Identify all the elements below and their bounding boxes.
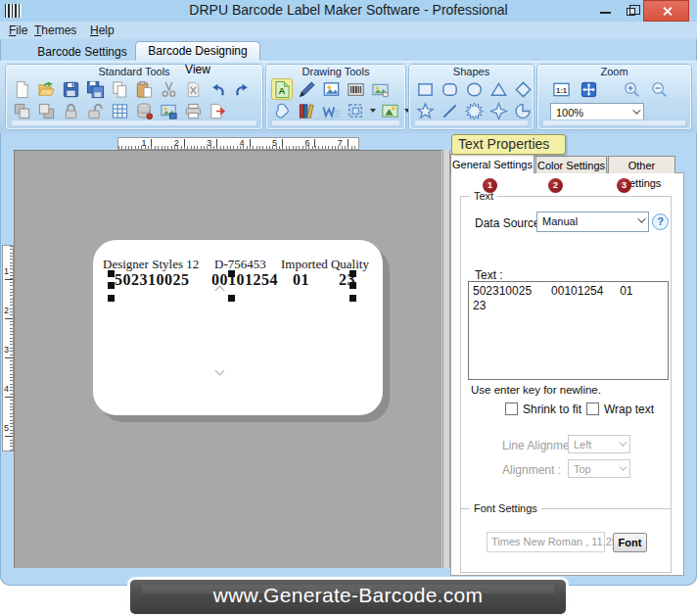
ellipse-shape-icon[interactable] <box>463 78 485 100</box>
library-tool-icon[interactable] <box>296 100 317 121</box>
lock-icon[interactable] <box>60 100 81 121</box>
svg-text:A: A <box>278 85 285 96</box>
alignment-select[interactable]: Top <box>568 459 630 478</box>
selection-handle[interactable] <box>108 270 115 277</box>
menu-bar: File Themes Help <box>0 22 697 39</box>
restore-button[interactable] <box>619 0 642 22</box>
watermark-tool-icon[interactable] <box>320 100 342 121</box>
minimize-button[interactable] <box>593 0 617 22</box>
save-all-icon[interactable] <box>84 78 106 100</box>
frame-select-tool-icon[interactable] <box>345 100 366 121</box>
help-icon[interactable]: ? <box>652 213 669 230</box>
ruler-number: 6 <box>304 138 309 148</box>
print-icon[interactable] <box>182 100 204 121</box>
send-to-back-icon[interactable] <box>35 100 57 121</box>
ruler-number: 2 <box>174 138 179 148</box>
panel-splitter[interactable] <box>442 150 450 568</box>
menu-file[interactable]: File <box>5 24 31 37</box>
menu-themes[interactable]: Themes <box>30 24 80 37</box>
horizontal-ruler: 1234567 <box>117 137 359 150</box>
selection-handle[interactable] <box>349 295 356 302</box>
ruler-number: 5 <box>4 423 9 433</box>
ruler-number: 5 <box>272 138 277 148</box>
shrink-to-fit-checkbox[interactable] <box>505 403 518 415</box>
screenshot-root: { "window": { "title": "DRPU Barcode Lab… <box>0 0 697 616</box>
data-source-select[interactable]: Manual <box>536 212 649 232</box>
line-shape-icon[interactable] <box>439 100 460 121</box>
scroll-down-icon[interactable] <box>215 366 225 376</box>
selection-handle[interactable] <box>349 282 356 289</box>
image-tool-icon[interactable] <box>369 78 391 100</box>
rectangle-shape-icon[interactable] <box>414 78 436 100</box>
view-tab-row: Barcode Settings Barcode Designing View <box>0 39 697 61</box>
diamond-shape-icon[interactable] <box>512 78 534 100</box>
open-file-icon[interactable] <box>35 78 57 100</box>
export-image-icon[interactable] <box>158 100 179 121</box>
bring-to-front-icon[interactable] <box>11 100 32 121</box>
step-badge-2: 2 <box>548 178 563 193</box>
barcode-tool-icon[interactable] <box>345 78 366 100</box>
line-alignment-select[interactable]: Left <box>568 435 630 453</box>
title-bar: DRPU Barcode Label Maker Software - Prof… <box>0 0 697 22</box>
tab-color-settings[interactable]: Color Settings <box>535 156 607 173</box>
tab-barcode-designing-view[interactable]: Barcode Designing View <box>135 41 260 61</box>
label-value-3[interactable]: 01 <box>293 271 309 289</box>
picture-shape-tool-icon[interactable] <box>379 100 400 121</box>
selection-handle[interactable] <box>349 270 356 277</box>
ruler-number: 3 <box>4 345 9 355</box>
save-icon[interactable] <box>60 78 81 100</box>
redo-icon[interactable] <box>231 78 253 100</box>
copy-icon[interactable] <box>109 78 130 100</box>
app-window: DRPU Barcode Label Maker Software - Prof… <box>0 0 697 586</box>
wrap-text-checkbox[interactable] <box>586 403 599 415</box>
ruler-number: 4 <box>240 138 245 148</box>
tab-barcode-settings[interactable]: Barcode Settings <box>33 45 131 59</box>
unlock-icon[interactable] <box>84 100 106 121</box>
zoom-in-icon[interactable] <box>621 78 642 100</box>
group-standard-tools: Standard Tools <box>6 65 262 129</box>
star-shape-icon[interactable] <box>414 100 436 121</box>
selection-handle[interactable] <box>228 295 235 302</box>
newline-hint: Use enter key for newline. <box>471 384 601 396</box>
zoom-level-select[interactable]: 100% <box>550 103 644 120</box>
ruler-number: 1 <box>141 138 146 148</box>
shrink-to-fit-label: Shrink to fit <box>523 403 581 416</box>
ruler-number: 1 <box>4 266 9 276</box>
zoom-out-icon[interactable] <box>648 78 670 100</box>
label-value-1[interactable]: 502310025 <box>115 271 190 289</box>
new-document-icon[interactable] <box>11 78 32 100</box>
textbox-scrollbar[interactable] <box>212 282 228 379</box>
label-text-designer-styles: Designer Styles 12 <box>103 257 199 272</box>
text-tool-icon[interactable]: A <box>271 78 293 100</box>
menu-help[interactable]: Help <box>86 24 118 37</box>
font-button[interactable]: Font <box>613 533 647 552</box>
undo-icon[interactable] <box>207 78 228 100</box>
custom-shape-tool-icon[interactable] <box>271 100 293 121</box>
triangle-shape-icon[interactable] <box>488 78 509 100</box>
four-point-star-shape-icon[interactable] <box>488 100 509 121</box>
pie-shape-icon[interactable] <box>512 100 534 121</box>
database-icon[interactable] <box>133 100 155 121</box>
actual-size-icon[interactable]: 1:1 <box>550 78 572 100</box>
close-button[interactable] <box>643 0 689 22</box>
starburst-shape-icon[interactable] <box>463 100 485 121</box>
fit-to-window-icon[interactable] <box>578 78 599 100</box>
exit-icon[interactable] <box>207 100 228 121</box>
tab-general-settings[interactable]: General Settings <box>450 154 534 173</box>
rounded-rectangle-shape-icon[interactable] <box>439 78 460 100</box>
picture-tool-icon[interactable] <box>320 78 342 100</box>
scroll-up-icon[interactable] <box>215 286 225 296</box>
selection-handle[interactable] <box>108 295 115 302</box>
cut-icon[interactable] <box>158 78 179 100</box>
close-icon <box>662 6 673 17</box>
selection-handle[interactable] <box>228 270 235 277</box>
delete-icon[interactable] <box>182 78 204 100</box>
paste-icon[interactable] <box>133 78 155 100</box>
text-input[interactable]: 502310025 00101254 01 23 <box>468 281 669 380</box>
tab-other-settings[interactable]: Other Settings <box>608 156 675 173</box>
dropdown-caret-icon[interactable] <box>370 109 376 113</box>
website-banner: www.Generate-Barcode.com <box>130 580 566 614</box>
grid-icon[interactable] <box>109 100 130 121</box>
selection-handle[interactable] <box>108 282 115 289</box>
pencil-tool-icon[interactable] <box>296 78 317 100</box>
